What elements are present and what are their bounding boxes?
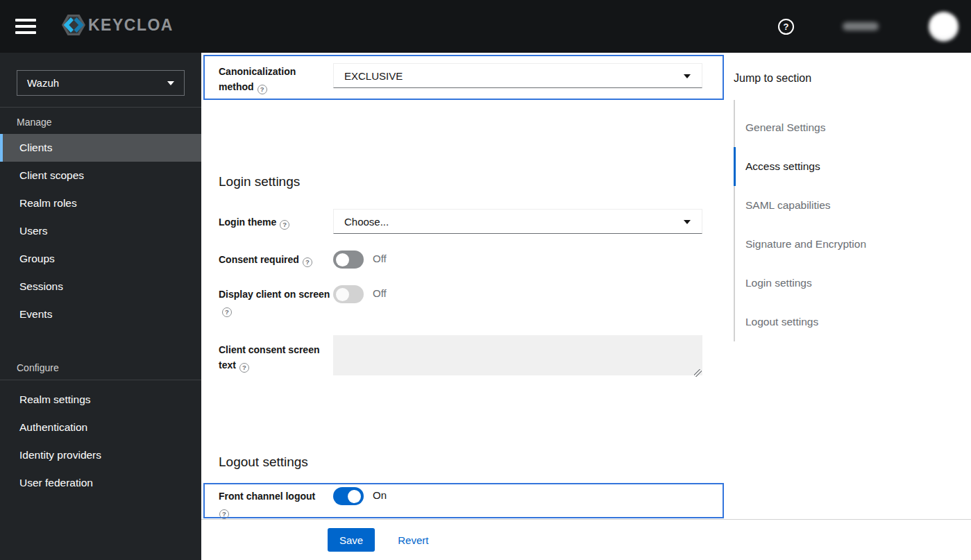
realm-selector[interactable]: Wazuh xyxy=(17,70,185,96)
chevron-down-icon xyxy=(684,220,691,224)
question-circle-icon[interactable]: ? xyxy=(222,307,232,317)
question-circle-icon[interactable]: ? xyxy=(219,509,229,519)
svg-text:KEYCLOAK: KEYCLOAK xyxy=(88,16,172,34)
display-client-toggle xyxy=(333,285,364,303)
avatar[interactable] xyxy=(929,12,959,42)
question-circle-icon[interactable]: ? xyxy=(257,85,267,94)
front-channel-logout-state: On xyxy=(373,484,387,517)
canonicalization-method-value: EXCLUSIVE xyxy=(344,70,403,82)
form-action-bar: Save Revert xyxy=(201,519,971,560)
left-sidebar: Wazuh Manage Clients Client scopes Realm… xyxy=(0,53,201,560)
sidebar-item-users[interactable]: Users xyxy=(0,217,201,245)
jump-panel-title: Jump to section xyxy=(734,72,971,85)
jump-to-section-panel: Jump to section General Settings Access … xyxy=(732,53,971,519)
jump-item-logout-settings[interactable]: Logout settings xyxy=(735,303,971,341)
front-channel-logout-label: Front channel logout ? xyxy=(219,484,333,517)
chevron-down-icon xyxy=(684,74,691,78)
sidebar-item-authentication[interactable]: Authentication xyxy=(0,414,201,441)
sidebar-item-realm-settings[interactable]: Realm settings xyxy=(0,386,201,414)
client-consent-text-input[interactable] xyxy=(333,335,702,375)
user-name-redacted[interactable] xyxy=(843,22,879,31)
jump-item-login-settings[interactable]: Login settings xyxy=(735,264,971,303)
sidebar-item-user-federation[interactable]: User federation xyxy=(0,469,201,497)
jump-item-access-settings[interactable]: Access settings xyxy=(734,147,971,186)
client-consent-text-label: Client consent screen text? xyxy=(219,335,333,373)
display-client-state: Off xyxy=(373,285,387,299)
save-button[interactable]: Save xyxy=(328,528,375,552)
login-theme-select[interactable]: Choose... xyxy=(333,209,702,234)
jump-item-general-settings[interactable]: General Settings xyxy=(735,108,971,147)
realm-selector-value: Wazuh xyxy=(27,77,59,89)
question-circle-icon[interactable]: ? xyxy=(280,220,289,230)
sidebar-item-sessions[interactable]: Sessions xyxy=(0,273,201,300)
consent-required-toggle[interactable] xyxy=(333,251,364,269)
app-header: KEYCLOAK ? xyxy=(0,0,971,53)
consent-required-state: Off xyxy=(373,251,387,264)
nav-section-configure: Configure xyxy=(0,362,201,373)
sidebar-divider xyxy=(0,380,201,380)
login-settings-heading: Login settings xyxy=(201,174,732,189)
display-client-label: Display client on screen? xyxy=(219,285,333,317)
login-theme-label: Login theme? xyxy=(219,209,333,230)
front-channel-logout-toggle[interactable] xyxy=(333,487,364,505)
chevron-down-icon xyxy=(167,81,174,85)
sidebar-item-realm-roles[interactable]: Realm roles xyxy=(0,189,201,217)
jump-item-saml-capabilities[interactable]: SAML capabilities xyxy=(735,186,971,225)
nav-section-manage: Manage xyxy=(0,117,201,128)
canonicalization-method-select[interactable]: EXCLUSIVE xyxy=(333,63,702,88)
settings-form: Canonicalization method? EXCLUSIVE Login… xyxy=(201,53,732,519)
question-circle-icon[interactable]: ? xyxy=(239,363,249,373)
help-icon[interactable]: ? xyxy=(778,19,794,35)
jump-item-signature-encryption[interactable]: Signature and Encryption xyxy=(735,225,971,264)
sidebar-item-identity-providers[interactable]: Identity providers xyxy=(0,441,201,469)
front-channel-logout-row-highlight: Front channel logout ? On xyxy=(203,483,724,518)
hamburger-menu-icon[interactable] xyxy=(15,19,36,34)
consent-required-label: Consent required? xyxy=(219,251,333,267)
logout-settings-heading: Logout settings xyxy=(201,455,732,470)
keycloak-logo: KEYCLOAK xyxy=(54,10,172,43)
revert-link[interactable]: Revert xyxy=(398,534,428,546)
sidebar-item-groups[interactable]: Groups xyxy=(0,245,201,273)
question-circle-icon[interactable]: ? xyxy=(303,257,312,267)
login-theme-value: Choose... xyxy=(344,216,389,228)
sidebar-item-clients[interactable]: Clients xyxy=(0,134,201,162)
sidebar-item-events[interactable]: Events xyxy=(0,300,201,328)
canonicalization-method-label: Canonicalization method? xyxy=(219,56,333,99)
sidebar-item-client-scopes[interactable]: Client scopes xyxy=(0,162,201,189)
canonicalization-method-row-highlight: Canonicalization method? EXCLUSIVE xyxy=(203,55,724,100)
